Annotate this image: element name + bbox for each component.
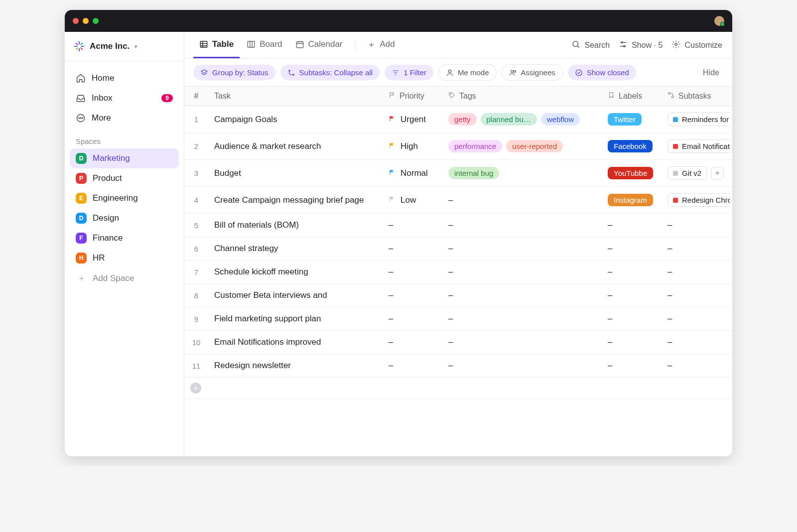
sidebar-item-marketing[interactable]: DMarketing	[70, 148, 179, 168]
tags-cell[interactable]: –	[442, 261, 602, 284]
sidebar-item-design[interactable]: DDesign	[70, 208, 179, 228]
labels-cell[interactable]: –	[602, 307, 662, 331]
tags-cell[interactable]: internal bug	[442, 160, 602, 187]
tag-pill[interactable]: internal bug	[448, 167, 499, 179]
table-row[interactable]: 8Customer Beta interviews and––––	[184, 284, 732, 307]
priority-cell[interactable]: Normal	[383, 160, 442, 187]
task-cell[interactable]: Customer Beta interviews and	[208, 284, 383, 307]
subtasks-chip[interactable]: Subtasks: Collapse all	[280, 65, 380, 80]
labels-cell[interactable]: –	[602, 214, 662, 237]
task-cell[interactable]: Field marketing support plan	[208, 307, 383, 331]
labels-cell[interactable]: Facebook	[602, 133, 662, 160]
priority-cell[interactable]: Urgent	[383, 106, 442, 133]
tags-cell[interactable]: –	[442, 307, 602, 331]
subtasks-cell[interactable]: –	[662, 284, 732, 307]
table-row[interactable]: 7Schedule kickoff meeting––––	[184, 261, 732, 284]
sidebar-item-engineering[interactable]: EEngineering	[70, 188, 179, 208]
subtasks-cell[interactable]: Git v2＋	[662, 160, 732, 187]
subtasks-cell[interactable]: –	[662, 331, 732, 354]
window-close-icon[interactable]	[73, 18, 79, 24]
sidebar-item-hr[interactable]: HHR	[70, 248, 179, 268]
add-view-button[interactable]: ＋ Add	[361, 32, 401, 58]
tag-pill[interactable]: planned bu…	[481, 113, 537, 126]
subtasks-cell[interactable]: –	[662, 307, 732, 331]
nav-home[interactable]: Home	[70, 68, 179, 88]
table-row[interactable]: 10Email Notifications improved––––	[184, 331, 732, 354]
tags-cell[interactable]: performanceuser-reported	[442, 133, 602, 160]
task-cell[interactable]: Bill of materials (BOM)	[208, 214, 383, 237]
hide-button[interactable]: Hide	[699, 68, 723, 77]
tags-cell[interactable]: –	[442, 284, 602, 307]
subtask-pill[interactable]: Redesign Chro	[667, 193, 730, 207]
priority-cell[interactable]: –	[383, 284, 442, 307]
add-space-button[interactable]: ＋Add Space	[70, 268, 179, 288]
tags-cell[interactable]: –	[442, 214, 602, 237]
col-number-header[interactable]: #	[184, 87, 208, 106]
task-cell[interactable]: Redesign newsletter	[208, 354, 383, 378]
subtasks-cell[interactable]: –	[662, 214, 732, 237]
table-row[interactable]: 9Field marketing support plan––––	[184, 307, 732, 331]
tags-cell[interactable]: –	[442, 237, 602, 261]
window-minimize-icon[interactable]	[83, 18, 89, 24]
col-task-header[interactable]: Task	[208, 87, 383, 106]
tab-table[interactable]: Table	[193, 32, 240, 58]
task-cell[interactable]: Email Notifications improved	[208, 331, 383, 354]
label-pill[interactable]: Instagram	[608, 194, 653, 206]
table-row[interactable]: 11Redesign newsletter––––	[184, 354, 732, 378]
filter-chip[interactable]: 1 Filter	[385, 65, 433, 80]
search-button[interactable]: Search	[571, 40, 610, 51]
user-avatar[interactable]	[714, 16, 724, 26]
label-pill[interactable]: YouTubbe	[608, 167, 653, 179]
priority-cell[interactable]: –	[383, 214, 442, 237]
table-row[interactable]: 6Channel strategy––––	[184, 237, 732, 261]
add-subtask-button[interactable]: ＋	[711, 167, 724, 180]
table-row[interactable]: 2Audience & market researchHighperforman…	[184, 133, 732, 160]
subtasks-cell[interactable]: Email Notificat	[662, 133, 732, 160]
subtasks-cell[interactable]: Redesign Chro	[662, 187, 732, 214]
tab-calendar[interactable]: Calendar	[289, 32, 349, 58]
tag-pill[interactable]: getty	[448, 113, 477, 126]
labels-cell[interactable]: YouTubbe	[602, 160, 662, 187]
add-row[interactable]: ＋	[184, 378, 732, 399]
tab-board[interactable]: Board	[241, 32, 288, 58]
priority-cell[interactable]: Low	[383, 187, 442, 214]
table-row[interactable]: 3BudgetNormalinternal bugYouTubbeGit v2＋	[184, 160, 732, 187]
subtask-pill[interactable]: Email Notificat	[667, 139, 730, 153]
add-row-button[interactable]: ＋	[184, 378, 208, 399]
tag-pill[interactable]: performance	[448, 140, 502, 152]
sidebar-item-finance[interactable]: FFinance	[70, 228, 179, 248]
task-cell[interactable]: Channel strategy	[208, 237, 383, 261]
sidebar-item-product[interactable]: PProduct	[70, 168, 179, 188]
labels-cell[interactable]: –	[602, 261, 662, 284]
task-cell[interactable]: Create Campaign messaging brief page	[208, 187, 383, 214]
label-pill[interactable]: Facebook	[608, 140, 653, 152]
subtask-pill[interactable]: Git v2	[667, 166, 707, 180]
tag-pill[interactable]: user-reported	[506, 140, 563, 152]
label-pill[interactable]: Twitter	[608, 113, 642, 126]
col-tags-header[interactable]: Tags	[442, 87, 602, 106]
tags-cell[interactable]: gettyplanned bu…webflow	[442, 106, 602, 133]
me-mode-chip[interactable]: Me mode	[438, 64, 497, 81]
labels-cell[interactable]: –	[602, 237, 662, 261]
table-row[interactable]: 5Bill of materials (BOM)––––	[184, 214, 732, 237]
table-row[interactable]: 4Create Campaign messaging brief pageLow…	[184, 187, 732, 214]
subtasks-cell[interactable]: –	[662, 237, 732, 261]
labels-cell[interactable]: –	[602, 331, 662, 354]
priority-cell[interactable]: High	[383, 133, 442, 160]
priority-cell[interactable]: –	[383, 261, 442, 284]
col-labels-header[interactable]: Labels	[602, 87, 662, 106]
window-maximize-icon[interactable]	[93, 18, 99, 24]
col-subtasks-header[interactable]: Subtasks	[662, 87, 732, 106]
priority-cell[interactable]: –	[383, 237, 442, 261]
tags-cell[interactable]: –	[442, 187, 602, 214]
tag-pill[interactable]: webflow	[541, 113, 580, 126]
customize-button[interactable]: Customize	[671, 40, 722, 51]
tags-cell[interactable]: –	[442, 354, 602, 378]
subtask-pill[interactable]: Reminders for	[667, 113, 730, 126]
task-cell[interactable]: Audience & market research	[208, 133, 383, 160]
subtasks-cell[interactable]: Reminders for	[662, 106, 732, 133]
labels-cell[interactable]: Instagram	[602, 187, 662, 214]
show-button[interactable]: Show · 5	[619, 40, 663, 51]
labels-cell[interactable]: –	[602, 354, 662, 378]
workspace-switcher[interactable]: Acme Inc. ▾	[65, 32, 184, 61]
